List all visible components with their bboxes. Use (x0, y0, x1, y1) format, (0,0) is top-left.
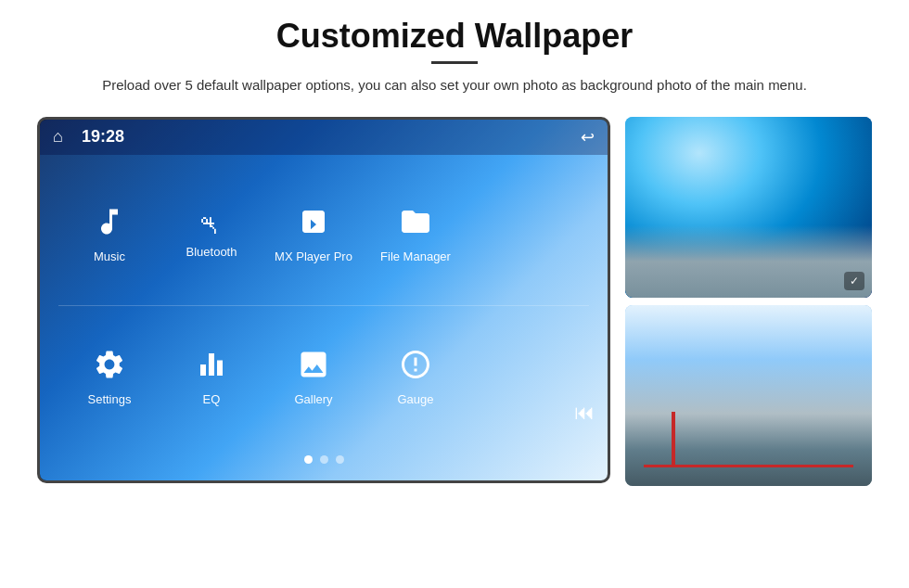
app-settings[interactable]: Settings (58, 348, 160, 406)
screen-inner: ⌂ 19:28 ↩ Music ⯲ Bluetooth (40, 120, 608, 480)
title-divider (431, 61, 478, 64)
dot-1[interactable] (304, 455, 313, 464)
wallpaper-bridge[interactable] (625, 305, 872, 486)
home-icon[interactable]: ⌂ (53, 127, 63, 147)
header-description: Preload over 5 default wallpaper options… (56, 75, 853, 96)
filemanager-label: File Manager (380, 249, 451, 263)
time-display: 19:28 (82, 127, 124, 147)
app-grid: Music ⯲ Bluetooth MX Player Pro (40, 155, 608, 480)
bluetooth-label: Bluetooth (186, 245, 237, 259)
skip-button[interactable]: ⏮ (574, 401, 595, 425)
status-bar: ⌂ 19:28 ↩ (40, 120, 608, 155)
page-title: Customized Wallpaper (56, 17, 853, 56)
check-overlay: ✓ (844, 272, 864, 290)
right-images: ✓ (625, 117, 872, 486)
app-bluetooth[interactable]: ⯲ Bluetooth (160, 210, 262, 259)
folder-icon (399, 205, 432, 245)
gauge-icon (399, 348, 432, 388)
content-area: ⌂ 19:28 ↩ Music ⯲ Bluetooth (0, 106, 909, 495)
app-eq[interactable]: EQ (160, 348, 262, 406)
mxplayer-label: MX Player Pro (275, 249, 352, 263)
ice-cave-visual (625, 117, 872, 298)
back-icon[interactable]: ↩ (581, 127, 595, 147)
gallery-label: Gallery (294, 392, 332, 406)
app-row-1: Music ⯲ Bluetooth MX Player Pro (40, 164, 608, 306)
eq-icon (195, 348, 228, 388)
app-filemanager[interactable]: File Manager (365, 205, 467, 263)
bridge-visual (625, 305, 872, 486)
music-label: Music (94, 249, 125, 263)
music-icon (93, 205, 126, 245)
app-mxplayer[interactable]: MX Player Pro (262, 205, 365, 263)
bluetooth-icon: ⯲ (198, 210, 224, 240)
gallery-icon (297, 348, 330, 388)
dot-3[interactable] (336, 455, 344, 464)
nav-dots (40, 448, 608, 471)
eq-label: EQ (203, 392, 221, 406)
video-icon (297, 205, 330, 245)
dot-2[interactable] (320, 455, 328, 464)
app-gauge[interactable]: Gauge (365, 348, 467, 406)
app-row-2: Settings EQ Gallery (40, 306, 608, 448)
page-header: Customized Wallpaper Preload over 5 defa… (0, 0, 909, 106)
car-screen: ⌂ 19:28 ↩ Music ⯲ Bluetooth (37, 117, 610, 483)
settings-icon (93, 348, 126, 388)
gauge-label: Gauge (397, 392, 433, 406)
settings-label: Settings (88, 392, 132, 406)
app-gallery[interactable]: Gallery (262, 348, 365, 406)
app-music[interactable]: Music (58, 205, 160, 263)
wallpaper-ice-cave[interactable]: ✓ (625, 117, 872, 298)
